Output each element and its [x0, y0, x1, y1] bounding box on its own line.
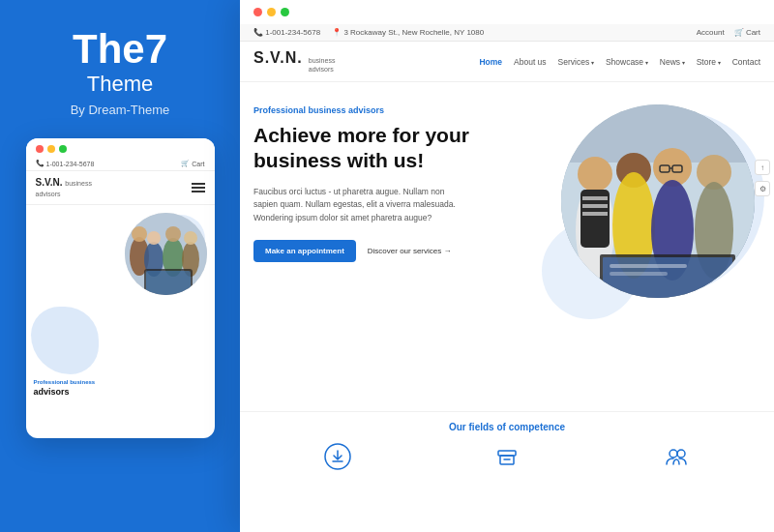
nav-item-news[interactable]: News — [660, 57, 685, 67]
desktop-logo: S.V.N. business advisors — [253, 49, 335, 74]
desktop-address-right: Account 🛒 Cart — [697, 28, 760, 37]
mobile-hero-image — [125, 213, 207, 295]
bottom-title: Our fields of competence — [253, 422, 760, 432]
archive-icon — [492, 442, 521, 471]
mobile-phone: 📞 1-001-234-5678 — [36, 160, 95, 167]
bottom-icon-3 — [662, 442, 691, 471]
nav-item-showcase[interactable]: Showcase — [606, 57, 648, 67]
svg-point-38 — [670, 450, 677, 458]
mobile-nav: S.V.N. businessadvisors — [26, 171, 215, 205]
mobile-blob1 — [31, 307, 99, 374]
desktop-address-row: 📞 1-001-234-5678 📍 3 Rockaway St., New R… — [240, 24, 774, 42]
nav-item-services[interactable]: Services — [558, 57, 594, 67]
desktop-nav-row: S.V.N. business advisors Home About us S… — [240, 42, 774, 82]
mobile-tag: Professional business — [34, 379, 118, 385]
svg-point-14 — [578, 157, 612, 192]
svg-rect-16 — [582, 196, 608, 200]
svg-point-4 — [147, 231, 161, 245]
theme-author: By Dream-Theme — [71, 103, 170, 117]
hero-buttons: Make an appointment Discover our service… — [253, 240, 532, 262]
svg-rect-30 — [610, 264, 687, 268]
desktop-account: Account — [697, 28, 725, 37]
desktop-hero: Professional business advisors Achieve m… — [240, 82, 774, 411]
discover-button[interactable]: Discover our services → — [368, 247, 452, 255]
hero-heading: Achieve more for yourbusiness with us! — [253, 123, 532, 174]
svg-point-8 — [184, 231, 197, 245]
svg-rect-18 — [582, 212, 608, 216]
mobile-preview-card: 📞 1-001-234-5678 🛒 Cart S.V.N. businessa… — [26, 138, 215, 438]
desktop-bottom-section: Our fields of competence — [240, 411, 774, 481]
dot-yellow — [47, 145, 55, 153]
svg-point-6 — [165, 226, 181, 242]
mobile-cart: 🛒 Cart — [181, 160, 204, 167]
scroll-up-btn[interactable]: ↑ — [755, 160, 770, 175]
dot-red — [36, 145, 44, 153]
mobile-logo: S.V.N. businessadvisors — [36, 177, 92, 198]
mobile-topbar — [26, 138, 215, 157]
desktop-menu: Home About us Services Showcase News Sto… — [479, 57, 760, 67]
mobile-hero-text: Professional business advisors — [34, 379, 118, 399]
svg-point-2 — [132, 226, 147, 242]
desktop-address: 📍 3 Rockaway St., New Rochelle, NY 1080 — [332, 28, 484, 37]
bottom-icons-row — [253, 442, 760, 471]
desktop-phone: 📞 1-001-234-5678 — [253, 28, 320, 37]
theme-subtitle: Theme — [87, 72, 153, 97]
scroll-settings-btn[interactable]: ⚙ — [755, 181, 770, 196]
hero-circle-container — [561, 104, 755, 298]
mobile-address-bar: 📞 1-001-234-5678 🛒 Cart — [26, 157, 215, 171]
nav-item-home[interactable]: Home — [479, 57, 502, 67]
desktop-dot-green — [281, 8, 289, 16]
desktop-address-left: 📞 1-001-234-5678 📍 3 Rockaway St., New R… — [253, 28, 484, 37]
desktop-topbar-dots — [240, 0, 774, 24]
desktop-dot-yellow — [267, 8, 276, 16]
desktop-cart: 🛒 Cart — [734, 28, 760, 37]
nav-item-contact[interactable]: Contact — [732, 57, 760, 67]
desktop-scroll-controls: ↑ ⚙ — [755, 160, 770, 196]
nav-item-about[interactable]: About us — [514, 57, 547, 67]
svg-rect-10 — [146, 271, 191, 295]
svg-rect-29 — [603, 257, 732, 298]
desktop-logo-text: S.V.N. — [253, 49, 303, 67]
hero-tag: Professional business advisors — [253, 105, 532, 115]
bottom-icon-2 — [492, 442, 521, 471]
hamburger-icon[interactable] — [192, 183, 205, 192]
theme-title: The7 — [73, 29, 167, 70]
desktop-preview-panel: 📞 1-001-234-5678 📍 3 Rockaway St., New R… — [240, 0, 774, 532]
download-icon — [323, 442, 352, 471]
bottom-icon-1 — [323, 442, 352, 471]
dot-green — [59, 145, 67, 153]
nav-item-store[interactable]: Store — [697, 57, 721, 67]
hero-group-photo — [561, 104, 755, 298]
mobile-hero: Professional business advisors — [26, 205, 215, 413]
appointment-button[interactable]: Make an appointment — [253, 240, 356, 262]
desktop-dot-red — [253, 8, 262, 16]
svg-point-39 — [677, 450, 685, 458]
mobile-heading: advisors — [34, 387, 118, 399]
left-panel: The7 Theme By Dream-Theme 📞 1-001-234-56… — [0, 0, 240, 532]
desktop-logo-sub: business advisors — [309, 56, 336, 74]
hero-image-area — [551, 97, 764, 319]
desktop-hero-content: Professional business advisors Achieve m… — [253, 105, 532, 262]
hero-body: Faucibus orci luctus - ut pharetra augue… — [253, 186, 532, 225]
people-icon — [662, 442, 691, 471]
svg-rect-31 — [610, 272, 668, 276]
svg-rect-17 — [582, 204, 608, 208]
